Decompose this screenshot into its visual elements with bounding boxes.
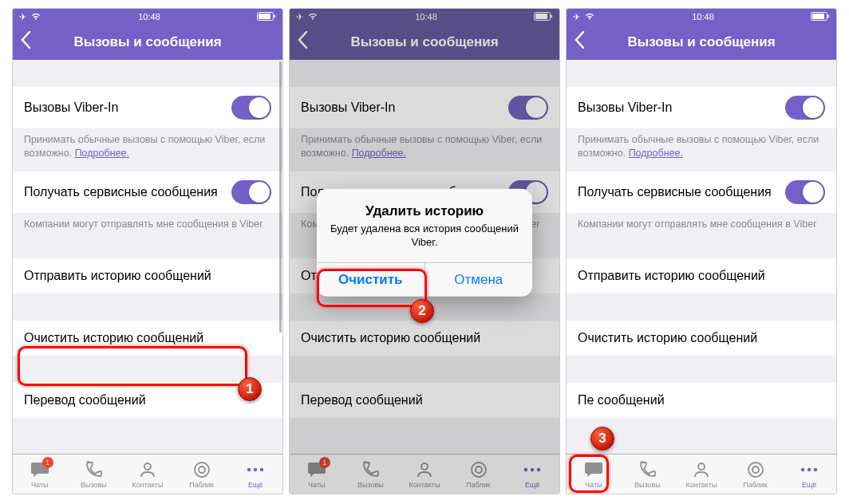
translate-row[interactable]: Пе сообщений <box>567 383 836 418</box>
viber-in-row[interactable]: Вызовы Viber-In <box>567 87 836 128</box>
service-msgs-footer: Компании могут отправлять мне сообщения … <box>13 213 282 242</box>
viber-in-footer: Принимать обычные вызовы с помощью Viber… <box>567 128 836 171</box>
more-icon <box>799 459 819 480</box>
viber-in-label: Вызовы Viber-In <box>24 100 231 115</box>
tab-public[interactable]: Паблик <box>175 455 229 494</box>
scroll-indicator <box>279 61 282 333</box>
tab-public[interactable]: Паблик <box>729 455 783 494</box>
svg-point-22 <box>748 463 763 477</box>
nav-title: Вызовы и сообщения <box>567 34 836 50</box>
alert-cancel-button[interactable]: Отмена <box>425 263 533 297</box>
learn-more-link[interactable]: Подробнее. <box>75 148 129 159</box>
svg-rect-19 <box>812 14 824 19</box>
svg-point-23 <box>752 467 759 473</box>
svg-point-26 <box>814 468 817 471</box>
public-icon <box>745 459 766 480</box>
tab-bar: Чаты Вызовы Контакты Паблик Ещё <box>567 454 836 494</box>
toggle-on-icon[interactable] <box>785 180 825 204</box>
battery-icon <box>811 12 830 22</box>
send-history-label: Отправить историю сообщений <box>24 269 271 283</box>
send-history-row[interactable]: Отправить историю сообщений <box>567 258 836 293</box>
svg-point-4 <box>195 463 209 477</box>
svg-point-24 <box>801 468 804 471</box>
toggle-on-icon[interactable] <box>231 96 271 120</box>
service-msgs-row[interactable]: Получать сервисные сообщения <box>567 171 836 213</box>
tab-contacts[interactable]: Контакты <box>674 455 729 494</box>
contact-icon <box>691 459 712 480</box>
tab-more[interactable]: Ещё <box>228 455 282 494</box>
status-time: 10:48 <box>692 12 714 22</box>
phone-icon <box>83 459 104 480</box>
tab-calls[interactable]: Вызовы <box>621 455 675 494</box>
svg-point-25 <box>808 468 811 471</box>
clear-history-label: Очистить историю сообщений <box>24 331 271 345</box>
viber-in-footer: Принимать обычные вызовы с помощью Viber… <box>13 128 282 171</box>
svg-point-7 <box>254 468 257 471</box>
wifi-icon <box>30 12 41 22</box>
chat-icon <box>583 459 604 480</box>
public-icon <box>192 459 212 480</box>
alert-message: Будет удалена вся история сообщений Vibe… <box>330 222 519 250</box>
tab-chats[interactable]: Чаты <box>567 455 621 494</box>
svg-point-6 <box>247 468 251 471</box>
alert-confirm-button[interactable]: Очистить <box>317 263 425 297</box>
tab-bar: 1 Чаты Вызовы Контакты Паблик Ещё <box>13 454 282 494</box>
battery-icon <box>257 12 276 22</box>
screenshot-3: ✈︎ 10:48 Вызовы и сообщения Вызовы Viber… <box>566 8 837 494</box>
more-icon <box>245 459 266 480</box>
svg-point-3 <box>144 463 151 470</box>
back-icon[interactable] <box>21 31 31 53</box>
service-msgs-row[interactable]: Получать сервисные сообщения <box>13 171 282 213</box>
svg-rect-2 <box>274 14 276 18</box>
svg-point-21 <box>698 463 705 470</box>
delete-history-alert: Удалить историю Будет удалена вся истори… <box>317 189 532 297</box>
status-bar: ✈︎ 10:48 <box>567 9 836 25</box>
alert-title: Удалить историю <box>330 203 519 219</box>
learn-more-link[interactable]: Подробнее. <box>629 148 683 159</box>
nav-title: Вызовы и сообщения <box>13 34 282 50</box>
service-msgs-label: Получать сервисные сообщения <box>24 185 231 199</box>
status-bar: ✈︎ 10:48 <box>13 9 282 25</box>
toggle-on-icon[interactable] <box>785 96 825 120</box>
wifi-icon <box>584 12 595 22</box>
navigation-bar: Вызовы и сообщения <box>13 25 282 60</box>
badge-count: 1 <box>42 457 53 468</box>
navigation-bar: Вызовы и сообщения <box>567 25 836 60</box>
back-icon[interactable] <box>575 31 585 53</box>
phone-icon <box>637 459 657 480</box>
svg-point-5 <box>199 467 205 473</box>
settings-content: Вызовы Viber-In Принимать обычные вызовы… <box>567 60 836 454</box>
contact-icon <box>137 459 158 480</box>
tab-contacts[interactable]: Контакты <box>120 455 175 494</box>
clear-history-row[interactable]: Очистить историю сообщений <box>567 321 836 356</box>
toggle-on-icon[interactable] <box>231 180 271 204</box>
send-history-row[interactable]: Отправить историю сообщений <box>13 258 282 293</box>
svg-rect-1 <box>259 14 270 19</box>
callout-badge-3: 3 <box>590 427 614 451</box>
clear-history-row[interactable]: Очистить историю сообщений <box>13 321 282 356</box>
service-msgs-footer: Компании могут отправлять мне сообщения … <box>567 213 836 242</box>
tab-chats[interactable]: 1 Чаты <box>13 455 67 494</box>
airplane-icon: ✈︎ <box>573 12 580 22</box>
screenshot-1: ✈︎ 10:48 Вызовы и сообщения Вызовы Viber… <box>12 8 283 494</box>
tab-more[interactable]: Ещё <box>782 455 836 494</box>
callout-badge-2: 2 <box>410 299 434 323</box>
airplane-icon: ✈︎ <box>19 12 26 22</box>
viber-in-row[interactable]: Вызовы Viber-In <box>13 87 282 128</box>
status-time: 10:48 <box>138 12 160 22</box>
callout-badge-1: 1 <box>238 377 262 401</box>
tab-calls[interactable]: Вызовы <box>67 455 121 494</box>
screenshot-2: ✈︎ 10:48 Вызовы и сообщения Вызовы Viber… <box>289 8 560 494</box>
translate-label: Перевод сообщений <box>24 393 271 408</box>
svg-rect-20 <box>828 14 830 18</box>
svg-point-8 <box>260 468 263 471</box>
